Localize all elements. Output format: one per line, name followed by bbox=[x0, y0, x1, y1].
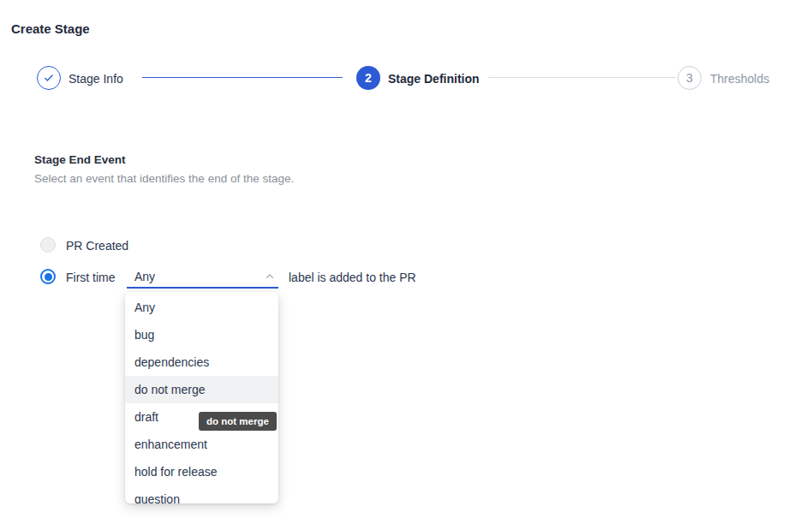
chevron-up-icon bbox=[264, 271, 276, 283]
dropdown-item-enhancement[interactable]: enhancement bbox=[125, 431, 278, 458]
dropdown-item-question[interactable]: question bbox=[125, 485, 278, 503]
stepper-step-2-circle[interactable]: 2 bbox=[356, 66, 380, 90]
label-dropdown-menu: Any bug dependencies do not merge draft … bbox=[125, 292, 278, 503]
page-title: Create Stage bbox=[11, 21, 90, 36]
dropdown-item-bug[interactable]: bug bbox=[125, 321, 278, 348]
stepper-step-1-circle[interactable] bbox=[37, 66, 61, 90]
check-icon bbox=[43, 72, 55, 84]
stepper-step-2-number: 2 bbox=[365, 71, 372, 85]
stepper-step-3-circle[interactable]: 3 bbox=[678, 66, 702, 90]
dropdown-item-hold-for-release[interactable]: hold for release bbox=[125, 458, 278, 485]
dropdown-item-do-not-merge[interactable]: do not merge bbox=[125, 376, 278, 403]
dropdown-item-any[interactable]: Any bbox=[125, 294, 278, 321]
stepper-step-2-label[interactable]: Stage Definition bbox=[388, 72, 480, 86]
label-select-suffix: label is added to the PR bbox=[289, 271, 416, 284]
tooltip: do not merge bbox=[199, 412, 277, 431]
radio-first-time[interactable] bbox=[40, 269, 56, 284]
radio-pr-created[interactable] bbox=[40, 237, 56, 253]
label-select[interactable]: Any bbox=[127, 265, 278, 289]
radio-dot bbox=[45, 273, 52, 281]
stepper-connector-2 bbox=[488, 77, 676, 78]
radio-pr-created-label[interactable]: PR Created bbox=[66, 239, 128, 253]
dropdown-item-dependencies[interactable]: dependencies bbox=[125, 348, 278, 376]
radio-first-time-label[interactable]: First time bbox=[66, 271, 116, 284]
stepper-connector-1 bbox=[142, 77, 343, 78]
create-stage-dialog: Create Stage Stage Info 2 Stage Definiti… bbox=[0, 0, 812, 530]
section-description: Select an event that identifies the end … bbox=[34, 172, 294, 185]
stepper-step-3-label[interactable]: Thresholds bbox=[710, 72, 769, 86]
label-select-value: Any bbox=[134, 270, 155, 283]
stepper-step-1-label[interactable]: Stage Info bbox=[69, 72, 123, 86]
section-heading: Stage End Event bbox=[34, 153, 126, 166]
stepper-step-3-number: 3 bbox=[686, 71, 693, 85]
